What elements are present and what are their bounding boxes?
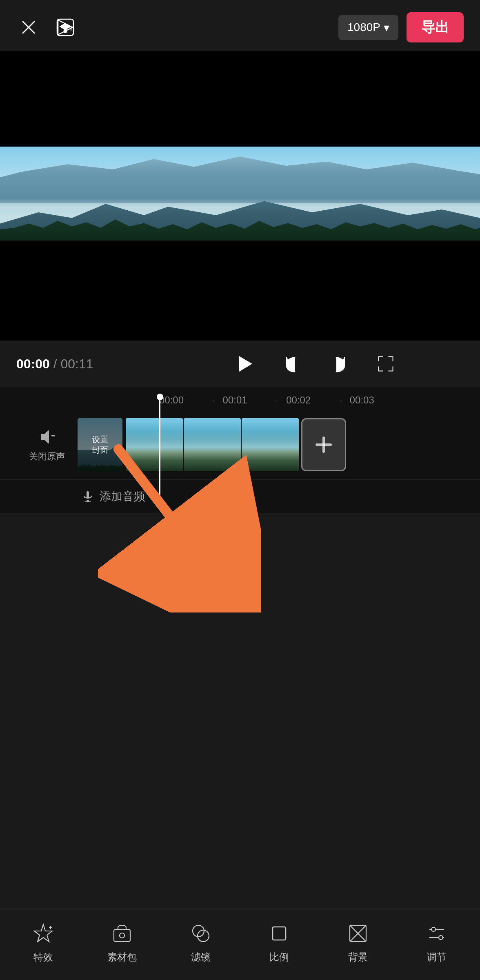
- svg-point-30: [439, 935, 443, 940]
- svg-rect-5: [64, 30, 67, 32]
- svg-point-22: [198, 930, 209, 942]
- dropdown-arrow-icon: ▾: [384, 21, 389, 34]
- current-time: 00:00: [16, 356, 50, 371]
- video-preview-inner: [0, 51, 480, 341]
- filter-label: 滤镜: [191, 951, 211, 964]
- video-black-bottom: [0, 241, 480, 336]
- nav-background[interactable]: 背景: [319, 921, 398, 964]
- mountain-scene: [0, 147, 480, 241]
- undo-button[interactable]: [278, 350, 305, 377]
- video-preview: [0, 51, 480, 341]
- resolution-button[interactable]: 1080P ▾: [338, 15, 398, 40]
- background-label: 背景: [348, 951, 368, 964]
- playhead: [159, 394, 160, 496]
- background-icon: [346, 921, 370, 946]
- clip-thumb-1[interactable]: [126, 418, 183, 471]
- svg-point-28: [431, 927, 436, 931]
- time-separator: /: [53, 356, 61, 371]
- timeline-area: 00:00 · 00:01 · 00:02 · 00:03 关闭原声: [0, 387, 480, 513]
- nav-materials[interactable]: 素材包: [83, 921, 162, 964]
- ratio-label: 比例: [269, 951, 289, 964]
- timeline-ruler: 00:00 · 00:01 · 00:02 · 00:03: [0, 387, 480, 410]
- materials-label: 素材包: [107, 951, 137, 964]
- bottom-nav: 特效 素材包 滤镜 比例: [0, 909, 480, 980]
- filter-icon: [189, 921, 213, 946]
- clip-mountain-1: [126, 418, 183, 471]
- svg-rect-13: [84, 501, 91, 502]
- time-display: 00:00 / 00:11: [16, 356, 165, 372]
- svg-rect-19: [114, 929, 130, 942]
- clip-mountain-2: [184, 418, 241, 471]
- svg-marker-7: [239, 356, 252, 372]
- audio-mute-button[interactable]: 关闭原声: [16, 427, 78, 463]
- effects-label: 特效: [33, 951, 53, 964]
- track-content: 设置 封面: [78, 418, 480, 471]
- svg-rect-10: [316, 443, 332, 446]
- add-audio-label: 添加音频: [100, 489, 145, 504]
- svg-point-20: [120, 933, 124, 938]
- clip-thumb-2[interactable]: [184, 418, 241, 471]
- playback-buttons: [165, 350, 464, 377]
- top-bar-left: [16, 15, 78, 40]
- cover-label: 设置 封面: [78, 418, 122, 471]
- top-bar-right: 1080P ▾ 导出: [338, 12, 464, 42]
- ratio-icon: [267, 921, 291, 946]
- audio-label: 关闭原声: [29, 450, 65, 463]
- add-audio-bar[interactable]: 添加音频: [0, 479, 480, 513]
- cover-thumbnail[interactable]: 设置 封面: [78, 418, 122, 471]
- nav-filter[interactable]: 滤镜: [161, 921, 240, 964]
- export-button[interactable]: 导出: [407, 12, 464, 42]
- video-clips: [126, 418, 480, 471]
- video-frame: [0, 147, 480, 241]
- star-icon: [31, 921, 56, 946]
- ruler-time-3: 00:03: [350, 394, 395, 406]
- materials-icon: [110, 921, 134, 946]
- svg-point-21: [193, 925, 204, 937]
- total-time: 00:11: [61, 356, 93, 371]
- nav-effects[interactable]: 特效: [4, 921, 83, 964]
- svg-marker-16: [34, 924, 52, 942]
- video-black-top: [0, 51, 480, 147]
- clip-thumb-3[interactable]: [242, 418, 299, 471]
- nav-ratio[interactable]: 比例: [240, 921, 319, 964]
- mountain-far: [0, 151, 480, 203]
- tutorial-button[interactable]: [53, 15, 78, 40]
- play-button[interactable]: [231, 350, 258, 377]
- close-button[interactable]: [16, 15, 41, 40]
- ruler-time-2: 00:02: [286, 394, 331, 406]
- resolution-label: 1080P: [347, 21, 380, 34]
- svg-rect-23: [273, 927, 286, 940]
- top-bar: 1080P ▾ 导出: [0, 0, 480, 51]
- adjust-icon: [424, 921, 449, 946]
- clip-mountain-3: [242, 418, 299, 471]
- nav-adjust[interactable]: 调节: [397, 921, 476, 964]
- ruler-time-0: 00:00: [159, 394, 204, 406]
- redo-button[interactable]: [326, 350, 353, 377]
- timeline-tracks: 关闭原声 设置 封面: [0, 410, 480, 479]
- add-clip-button[interactable]: [301, 418, 346, 471]
- adjust-label: 调节: [427, 951, 447, 964]
- fullscreen-button[interactable]: [373, 351, 398, 376]
- playback-controls: 00:00 / 00:11: [0, 341, 480, 387]
- ruler-time-1: 00:01: [223, 394, 268, 406]
